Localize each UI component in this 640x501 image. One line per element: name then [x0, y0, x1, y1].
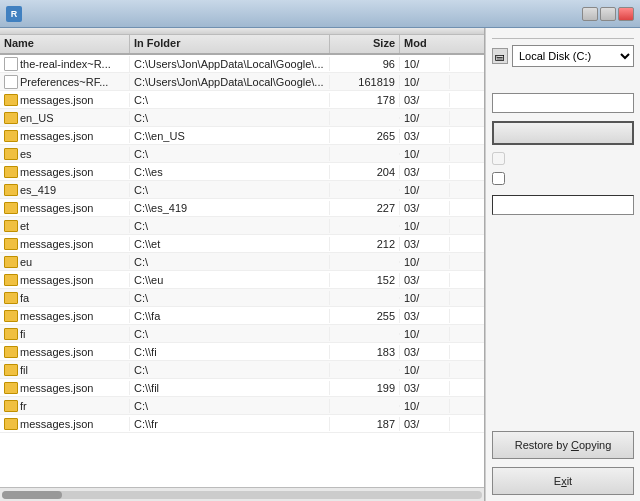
cell-folder: C:\\eu: [130, 273, 330, 287]
cell-size: 152: [330, 273, 400, 287]
cell-mod: 03/: [400, 417, 450, 431]
table-row[interactable]: messages.json C:\ 178 03/: [0, 91, 484, 109]
folder-icon: [4, 130, 18, 142]
cell-folder: C:\: [130, 255, 330, 269]
table-row[interactable]: messages.json C:\\fil 199 03/: [0, 379, 484, 397]
table-row[interactable]: messages.json C:\\fa 255 03/: [0, 307, 484, 325]
cell-folder: C:\\es_419: [130, 201, 330, 215]
right-panel: 🖴 Local Disk (C:) Restore by Copying: [485, 28, 640, 501]
table-body[interactable]: the-real-index~R... C:\Users\Jon\AppData…: [0, 55, 484, 487]
table-row[interactable]: Preferences~RF... C:\Users\Jon\AppData\L…: [0, 73, 484, 91]
table-row[interactable]: messages.json C:\\en_US 265 03/: [0, 127, 484, 145]
cell-size: [330, 189, 400, 191]
file-search-input[interactable]: [492, 93, 634, 113]
table-row[interactable]: en_US C:\ 10/: [0, 109, 484, 127]
cell-mod: 03/: [400, 165, 450, 179]
cell-folder: C:\: [130, 93, 330, 107]
cell-size: [330, 261, 400, 263]
left-panel: Name In Folder Size Mod the-real-index~R…: [0, 28, 485, 501]
cell-mod: 03/: [400, 345, 450, 359]
cell-mod: 03/: [400, 273, 450, 287]
folder-icon: [4, 112, 18, 124]
table-row[interactable]: the-real-index~R... C:\Users\Jon\AppData…: [0, 55, 484, 73]
table-row[interactable]: fa C:\ 10/: [0, 289, 484, 307]
cell-mod: 03/: [400, 309, 450, 323]
scroll-thumb[interactable]: [2, 491, 62, 499]
folder-icon: [4, 364, 18, 376]
folder-icon: [4, 220, 18, 232]
app-icon: R: [6, 6, 22, 22]
cell-size: [330, 225, 400, 227]
cell-folder: C:\\fa: [130, 309, 330, 323]
drive-icon: 🖴: [492, 48, 508, 64]
cell-name: fi: [0, 327, 130, 341]
search-deleted-files-button[interactable]: [492, 121, 634, 145]
col-folder-header[interactable]: In Folder: [130, 35, 330, 53]
folder-icon: [4, 418, 18, 430]
cell-mod: 10/: [400, 291, 450, 305]
cell-size: 204: [330, 165, 400, 179]
col-size-header[interactable]: Size: [330, 35, 400, 53]
folder-icon: [4, 274, 18, 286]
table-row[interactable]: messages.json C:\\fr 187 03/: [0, 415, 484, 433]
cell-size: [330, 297, 400, 299]
folder-icon: [4, 166, 18, 178]
restore-label: Restore by Copying: [515, 439, 612, 451]
cell-mod: 10/: [400, 111, 450, 125]
cell-name: the-real-index~R...: [0, 56, 130, 72]
table-row[interactable]: fil C:\ 10/: [0, 361, 484, 379]
cell-name: Preferences~RF...: [0, 74, 130, 90]
cell-folder: C:\: [130, 327, 330, 341]
folder-icon: [4, 382, 18, 394]
include-used-clusters-checkbox[interactable]: [492, 152, 505, 165]
file-icon: [4, 57, 18, 71]
folder-icon: [4, 346, 18, 358]
cell-name: fr: [0, 399, 130, 413]
col-name-header[interactable]: Name: [0, 35, 130, 53]
title-bar: R: [0, 0, 640, 28]
minimize-button[interactable]: [582, 7, 598, 21]
table-row[interactable]: messages.json C:\\et 212 03/: [0, 235, 484, 253]
table-row[interactable]: fr C:\ 10/: [0, 397, 484, 415]
close-button[interactable]: [618, 7, 634, 21]
table-row[interactable]: messages.json C:\\eu 152 03/: [0, 271, 484, 289]
table-row[interactable]: eu C:\ 10/: [0, 253, 484, 271]
table-row[interactable]: messages.json C:\\es_419 227 03/: [0, 199, 484, 217]
exit-button[interactable]: Exit: [492, 467, 634, 495]
include-used-clusters-row: [492, 151, 634, 165]
cell-size: 255: [330, 309, 400, 323]
restore-by-copying-button[interactable]: Restore by Copying: [492, 431, 634, 459]
folder-icon: [4, 148, 18, 160]
drive-row: 🖴 Local Disk (C:): [492, 45, 634, 67]
drive-select[interactable]: Local Disk (C:): [512, 45, 634, 67]
horizontal-scrollbar[interactable]: [0, 487, 484, 501]
cell-name: messages.json: [0, 273, 130, 287]
cell-name: messages.json: [0, 381, 130, 395]
table-row[interactable]: es C:\ 10/: [0, 145, 484, 163]
cell-folder: C:\: [130, 147, 330, 161]
col-mod-header[interactable]: Mod: [400, 35, 450, 53]
table-row[interactable]: fi C:\ 10/: [0, 325, 484, 343]
cell-folder: C:\Users\Jon\AppData\Local\Google\...: [130, 57, 330, 71]
cell-size: 178: [330, 93, 400, 107]
cell-folder: C:\\es: [130, 165, 330, 179]
folder-icon: [4, 202, 18, 214]
cell-mod: 03/: [400, 129, 450, 143]
include-zero-size-row: [492, 171, 634, 185]
cell-mod: 03/: [400, 201, 450, 215]
table-header: Name In Folder Size Mod: [0, 35, 484, 55]
cell-mod: 10/: [400, 363, 450, 377]
cell-mod: 10/: [400, 183, 450, 197]
cell-name: messages.json: [0, 165, 130, 179]
cell-size: 265: [330, 129, 400, 143]
folder-icon: [4, 184, 18, 196]
include-zero-size-checkbox[interactable]: [492, 172, 505, 185]
table-row[interactable]: messages.json C:\\es 204 03/: [0, 163, 484, 181]
table-row[interactable]: es_419 C:\ 10/: [0, 181, 484, 199]
cell-name: fil: [0, 363, 130, 377]
table-row[interactable]: messages.json C:\\fi 183 03/: [0, 343, 484, 361]
no-of-files-row: [492, 195, 634, 215]
table-row[interactable]: et C:\ 10/: [0, 217, 484, 235]
cell-mod: 03/: [400, 381, 450, 395]
maximize-button[interactable]: [600, 7, 616, 21]
